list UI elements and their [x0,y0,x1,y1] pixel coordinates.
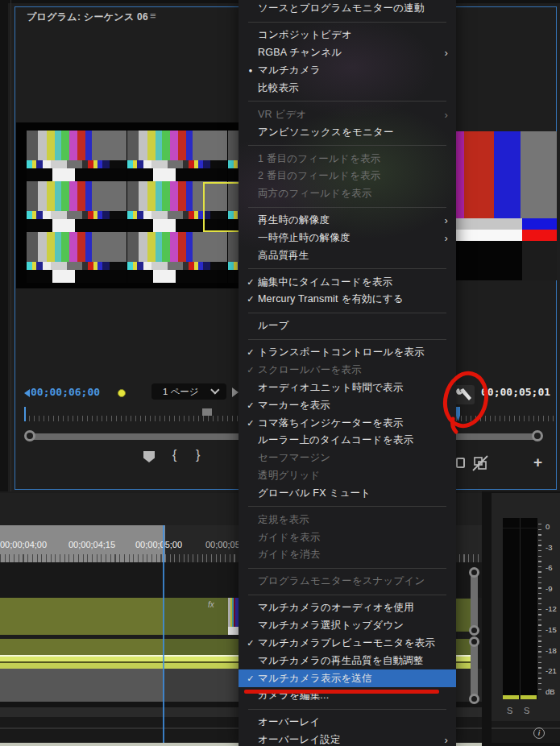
menu-separator [239,564,456,573]
checkmark-icon: ✓ [243,673,258,684]
menu-item[interactable]: マルチカメラ選択トップダウン [239,617,456,635]
meter-channel-divider [520,518,521,699]
menu-item-label: RGBA チャンネル [258,46,437,60]
menu-item[interactable]: 一時停止時の解像度› [239,230,456,247]
menu-separator [239,591,456,599]
scrollbar-knob[interactable] [469,567,479,578]
video-clip-right[interactable] [163,598,228,635]
current-timecode[interactable]: 00;00;06;00 [31,386,100,398]
menu-item-label: ガイドを消去 [258,548,437,562]
colorbar-band-2 [456,230,557,241]
menu-item-label: マルチカメラの再生品質を自動調整 [258,654,437,668]
menu-item: ✓スクロールバーを表示 [239,362,456,379]
menu-item: ガイドを消去 [239,546,456,564]
panel-menu-icon[interactable]: ≡ [150,10,156,22]
menu-item[interactable]: 比較表示 [239,79,456,97]
multicam-camera-cell[interactable] [127,232,227,283]
menu-item: 2 番目のフィールドを表示 [239,168,456,185]
scrollbar-knob[interactable] [469,625,479,636]
radio-bullet-icon: ● [243,67,258,74]
audio-clip-right[interactable] [163,669,239,702]
menu-item[interactable]: 高品質再生 [239,247,456,264]
multicam-camera-cell[interactable] [27,181,127,232]
menu-item[interactable]: ✓マルチカメラプレビューモニタを表示 [239,635,456,653]
menu-item-label: 透明グリッド [258,469,437,483]
scrollbar-left-handle[interactable] [24,430,35,441]
menu-item: 定規を表示 [239,511,456,528]
clip-row2-right[interactable] [163,639,239,655]
meter-scale-label: -21 [545,666,557,675]
menu-item[interactable]: マルチカメラの再生品質を自動調整 [239,652,456,669]
multicam-page-dropdown[interactable]: 1 ページ [151,383,226,400]
solo-button-right[interactable]: S [524,706,529,715]
menu-item[interactable]: ✓マーカーを表示 [239,396,456,414]
ruler-ticks-left [0,554,165,562]
menu-separator [239,141,456,150]
menu-item[interactable]: ルーラー上のタイムコードを表示 [239,432,456,450]
menu-item[interactable]: ✓編集中にタイムコードを表示 [239,273,456,291]
multicam-camera-cell[interactable] [27,131,127,181]
menu-item[interactable]: アンビソニックスをモニター [239,123,456,141]
menu-item[interactable]: ✓Mercury Transmit を有効にする [239,291,456,309]
next-page-icon[interactable] [232,388,239,397]
meter-scale-label: -15 [545,625,557,634]
clip-row2-left[interactable] [0,639,163,655]
meter-scale-label: -6 [545,563,552,572]
menu-item: セーフマージン [239,450,456,467]
timecode-arrow-icon [24,389,30,397]
timeline-playhead[interactable] [163,525,164,743]
menu-item-label: グローバル FX ミュート [258,487,437,500]
menu-item[interactable]: ●マルチカメラ [239,62,456,80]
ruler-timecode-label: 00;00;04;00 [0,540,47,549]
slashed-square-icon[interactable] [471,454,489,472]
scrollbar-knob[interactable] [469,694,479,704]
button-editor-add-button[interactable]: + [533,454,542,471]
menu-item-label: ソースとプログラムモニターの連動 [258,2,437,15]
multicam-camera-cell[interactable] [127,131,227,181]
menu-item[interactable]: マルチカメラのオーディオを使用 [239,599,456,617]
multicam-camera-cell[interactable] [27,232,127,283]
menu-item[interactable]: ソースとプログラムモニターの連動 [239,0,456,18]
menu-item-label: 比較表示 [258,81,437,95]
menu-item[interactable]: 再生時の解像度› [239,212,456,230]
menu-item-label: トランスポートコントロールを表示 [258,346,437,359]
menu-item[interactable]: オーバーレイ [239,714,456,731]
menu-item[interactable]: ✓コマ落ちインジケーターを表示 [239,414,456,432]
menu-item-label: ループ [258,319,437,333]
menu-item-label: オーバーレイ [258,715,437,729]
submenu-arrow-icon: › [437,214,448,226]
checkmark-icon: ✓ [243,294,258,305]
menu-item-label: アンビソニックスをモニター [258,126,437,139]
scrollbar-right-handle[interactable] [532,430,543,441]
menu-item[interactable]: ✓マルチカメラ表示を送信 [239,669,456,687]
menu-item[interactable]: グローバル FX ミュート [239,484,456,502]
menu-item-label: コマ落ちインジケーターを表示 [258,417,437,430]
video-clip-left[interactable] [0,598,163,635]
ruler-timecode-label: 00;00;04;15 [68,540,115,549]
menu-item[interactable]: コンポジットビデオ [239,27,456,44]
menu-item[interactable]: ✓トランスポートコントロールを表示 [239,344,456,362]
solo-button-left[interactable]: S [507,706,512,715]
ruler-start-marker [24,407,26,421]
mark-out-button[interactable]: } [196,448,200,462]
menu-item-label: プログラムモニターをスナップイン [258,574,437,588]
export-frame-icon[interactable] [456,458,465,468]
menu-item[interactable]: オーディオユニット時間で表示 [239,379,456,397]
menu-item[interactable]: オーバーレイ設定› [239,731,456,746]
menu-item-label: マルチカメラ表示を送信 [258,672,437,686]
mark-in-button[interactable]: { [172,448,176,462]
menu-item-label: スクロールバーを表示 [258,363,437,377]
checkmark-icon: ✓ [243,418,258,429]
meter-scale-label: -9 [545,584,552,593]
audio-clip-left[interactable] [0,669,163,702]
checkmark-icon: ✓ [243,347,258,358]
info-icon[interactable]: i [533,727,545,739]
menu-item-label: 高品質再生 [258,249,437,263]
scrollbar-knob[interactable] [469,636,479,647]
menu-item[interactable]: ループ [239,317,456,335]
menu-item[interactable]: RGBA チャンネル› [239,44,456,62]
track-scrollbar-lower[interactable] [471,641,478,698]
meter-scale-label: dB [545,687,555,696]
track-scrollbar-upper[interactable] [471,572,478,632]
submenu-arrow-icon: › [437,109,448,121]
